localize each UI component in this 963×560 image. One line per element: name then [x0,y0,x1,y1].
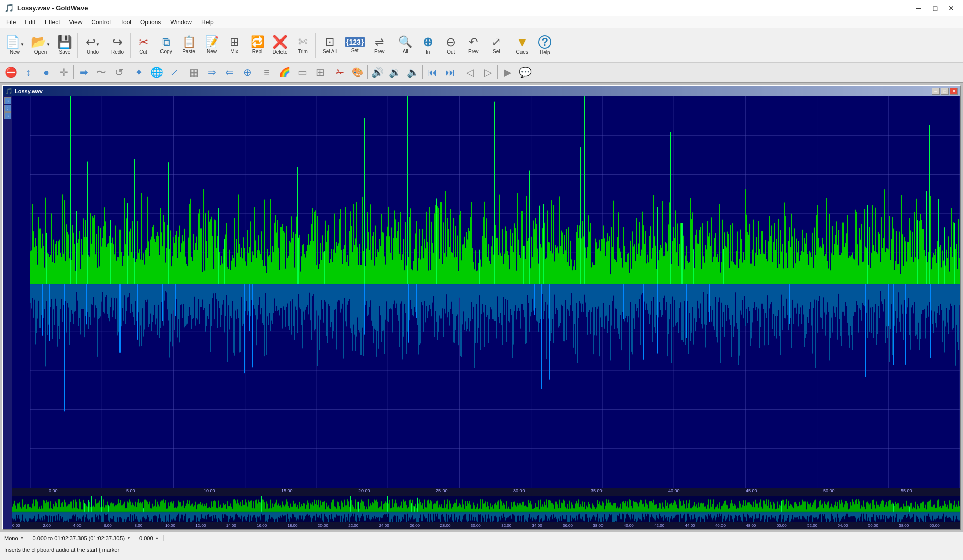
menu-help[interactable]: Help [197,18,218,27]
overview-label-6: 12:00 [195,523,206,528]
paste-button[interactable]: 📋 Paste [178,30,200,61]
zoom-out-button[interactable]: ⊖ Out [439,30,462,61]
comment-button[interactable]: 💬 [516,64,534,81]
expand-button[interactable]: ⤢ [166,64,183,81]
sel-all-button[interactable]: ⊡ Sel All [317,30,342,61]
prev-icon: ⇌ [375,36,384,48]
cut-button[interactable]: ✂ Cut [132,30,154,61]
main-content: 🎵 Lossy.wav ─ □ ✕ ↔ ↕ ↔ 0.6 [0,83,963,532]
aw-close-button[interactable]: ✕ [950,88,958,95]
mix-button[interactable]: ⊞ Mix [223,30,246,61]
vol-dn-button[interactable]: 🔈 [404,64,421,81]
new-button[interactable]: 📄 ▼ New [2,30,27,61]
dl-arrow-button[interactable]: ⊕ [238,64,256,81]
menu-control[interactable]: Control [87,18,115,27]
arrow-l-button[interactable]: ⇐ [221,64,238,81]
position-arrow[interactable]: ▲ [155,536,159,540]
palette-button[interactable]: 🌈 [276,64,293,81]
eq-button[interactable]: ≡ [258,64,275,81]
globe-button[interactable]: 🌐 [148,64,165,81]
play-fwd-button[interactable]: ▶ [499,64,516,81]
maximize-button[interactable]: □ [928,2,943,14]
aw-minimize-button[interactable]: ─ [932,88,940,95]
scissors2-button[interactable]: ✁ [331,64,348,81]
channel-value: Mono [4,535,18,541]
repl-button[interactable]: 🔁 Repl [246,30,268,61]
stop-red-button[interactable]: ⛔ [2,64,19,81]
help-icon: ? [538,35,551,49]
channel-icons: ↔ ↕ ↔ [3,96,12,529]
menu-view[interactable]: View [65,18,87,27]
undo-label: Undo [87,49,99,55]
status-bar: Mono ▼ 0.000 to 01:02:37.305 (01:02:37.3… [0,532,963,544]
help-button[interactable]: ? Help [534,30,556,61]
redo-label: Redo [111,49,124,55]
zoom-sel-button[interactable]: ⤢ Sel [485,30,507,61]
new2-button[interactable]: 📝 New [200,30,223,61]
aw-restore-button[interactable]: □ [941,88,949,95]
redo-button[interactable]: ↪ Redo [106,30,129,61]
wave-tool-button[interactable]: 〜 [93,64,110,81]
undo-button[interactable]: ↩ ▼ Undo [79,30,106,61]
timeline-label-3: 15:00 [281,488,293,493]
bar-chart-button[interactable]: ▦ [185,64,203,81]
trim-button[interactable]: ✄ Trim [292,30,314,61]
channel-dropdown-arrow[interactable]: ▼ [20,536,24,540]
menu-options[interactable]: Options [136,18,165,27]
overview-label-19: 38:00 [593,523,603,528]
grid-button[interactable]: ⊞ [311,64,329,81]
zoom-all-button[interactable]: 🔍 All [394,30,416,61]
menu-edit[interactable]: Edit [21,18,39,27]
menu-window[interactable]: Window [166,18,196,27]
overview-label-10: 20:00 [318,523,328,528]
skip-fwd-button[interactable]: ⏭ [442,64,459,81]
save-button[interactable]: 💾 Save [54,30,76,61]
select-right-button[interactable]: ➡ [75,64,92,81]
time-range-section: 0.000 to 01:02:37.305 (01:02:37.305) ▼ [32,535,135,541]
overview-container[interactable]: 0:002:004:006:008:0010:0012:0014:0016:00… [12,496,960,529]
open-button[interactable]: 📂 ▼ Open [28,30,53,61]
timeline-label-10: 50:00 [823,488,835,493]
undo2-button[interactable]: ↺ [110,64,128,81]
star-button[interactable]: ✦ [130,64,147,81]
overview-label-20: 40:00 [624,523,634,528]
cues-button[interactable]: ▼ Cues [511,30,533,61]
menu-effect[interactable]: Effect [41,18,64,27]
open-dropdown-arrow[interactable]: ▼ [46,42,50,47]
minimize-button[interactable]: ─ [911,2,927,14]
menu-tool[interactable]: Tool [116,18,135,27]
arrow-r2-button[interactable]: ⇒ [203,64,220,81]
close-button[interactable]: ✕ [944,2,959,14]
rect-button[interactable]: ▭ [294,64,311,81]
window-title: Lossy.wav - GoldWave [17,4,88,12]
separator-4 [392,33,392,58]
ch-icon-1[interactable]: ↔ [4,97,11,104]
save-icon: 💾 [57,36,72,48]
waveform-display[interactable]: 0.6 0.4 0.2 -0.2 -0.4 -0.6 -0.8 [12,96,960,488]
set-icon: {123} [345,37,365,47]
set-button[interactable]: {123} Set [342,30,368,61]
vol-circle-button[interactable]: 🔊 [369,64,386,81]
copy-button[interactable]: ⧉ Copy [155,30,177,61]
delete-button[interactable]: ❌ Delete [269,30,291,61]
color-bars-button[interactable]: 🎨 [349,64,366,81]
new2-label: New [207,49,217,54]
skip-back-button[interactable]: ⏮ [424,64,441,81]
prev-button[interactable]: ⇌ Prev [368,30,390,61]
cues-icon: ▼ [516,36,528,48]
vol-lt-button[interactable]: ◁ [461,64,478,81]
circle-button[interactable]: ● [37,64,55,81]
time-range-dropdown-arrow[interactable]: ▼ [127,536,131,540]
zoom-in-button[interactable]: ⊕ In [417,30,439,61]
ch-icon-2[interactable]: ↕ [4,105,11,112]
crosshair-button[interactable]: ✛ [55,64,72,81]
arrows-v-button[interactable]: ↕ [20,64,37,81]
vol-rt-button[interactable]: ▷ [479,64,496,81]
tb2-sep-8 [460,65,460,79]
new-dropdown-arrow[interactable]: ▼ [20,42,24,47]
zoom-prev-button[interactable]: ↶ Prev [462,30,485,61]
undo-dropdown-arrow[interactable]: ▼ [96,42,100,47]
menu-file[interactable]: File [2,18,20,27]
vol-up-button[interactable]: 🔉 [386,64,404,81]
ch-icon-3[interactable]: ↔ [4,112,11,119]
